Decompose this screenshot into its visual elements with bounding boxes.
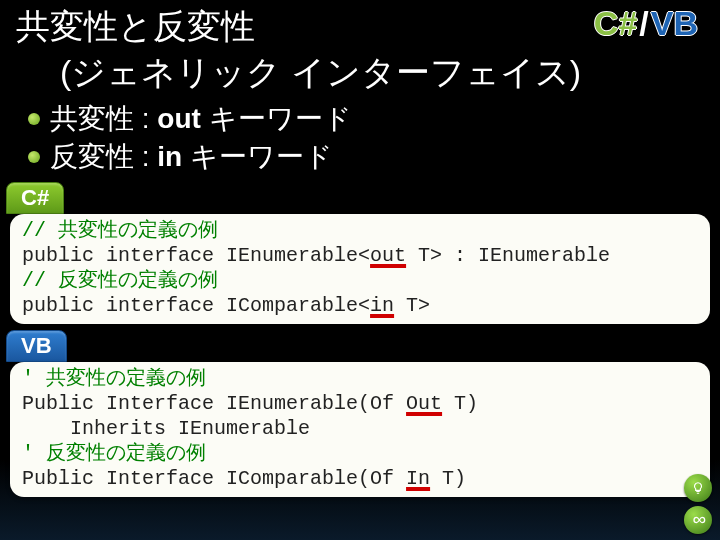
code-line: public interface IComparable<in T> (22, 293, 698, 318)
code-comment: // 反変性の定義の例 (22, 268, 698, 293)
code-text: Public Interface IEnumerable(Of (22, 392, 406, 415)
code-line: public interface IEnumerable<out T> : IE… (22, 243, 698, 268)
code-text: public interface IEnumerable< (22, 244, 370, 267)
code-keyword-in: In (406, 467, 430, 490)
code-keyword-out: out (370, 244, 406, 267)
bullet-text: 共変性 : out キーワード (50, 100, 352, 138)
code-keyword-in: in (370, 294, 394, 317)
vb-code-box: ' 共変性の定義の例 Public Interface IEnumerable(… (10, 362, 710, 497)
vb-tab: VB (6, 330, 67, 362)
slash-label: / (637, 4, 650, 43)
code-text: T> : IEnumerable (406, 244, 610, 267)
code-text: Public Interface IComparable(Of (22, 467, 406, 490)
language-badges: C# / VB (594, 4, 704, 43)
bullet-text: 反変性 : in キーワード (50, 138, 333, 176)
code-line: Public Interface IEnumerable(Of Out T) (22, 391, 698, 416)
infinity-icon (684, 506, 712, 534)
bullet-list: 共変性 : out キーワード 反変性 : in キーワード (0, 100, 720, 182)
bullet-covariance: 共変性 : out キーワード (28, 100, 704, 138)
title-line-2: (ジェネリック インターフェイス) (0, 50, 720, 100)
slide: 共変性と反変性 C# / VB (ジェネリック インターフェイス) 共変性 : … (0, 0, 720, 540)
code-keyword-out: Out (406, 392, 442, 415)
code-line: Public Interface IComparable(Of In T) (22, 466, 698, 491)
code-comment: ' 共変性の定義の例 (22, 366, 698, 391)
code-line: Inherits IEnumerable (22, 416, 698, 441)
code-comment: // 共変性の定義の例 (22, 218, 698, 243)
title-line-1: 共変性と反変性 (16, 4, 594, 50)
bullet-post: キーワード (182, 141, 333, 172)
header-row: 共変性と反変性 C# / VB (0, 0, 720, 50)
bulb-icon (684, 474, 712, 502)
code-comment: ' 反変性の定義の例 (22, 441, 698, 466)
bullet-pre: 共変性 : (50, 103, 157, 134)
code-text: public interface IComparable< (22, 294, 370, 317)
corner-icons (684, 474, 712, 534)
vb-label: VB (651, 4, 698, 43)
csharp-tab: C# (6, 182, 64, 214)
bullet-post: キーワード (201, 103, 352, 134)
code-text: T) (442, 392, 478, 415)
bullet-contravariance: 反変性 : in キーワード (28, 138, 704, 176)
bullet-keyword: in (157, 141, 182, 172)
csharp-code-box: // 共変性の定義の例 public interface IEnumerable… (10, 214, 710, 324)
csharp-label: C# (594, 4, 637, 43)
code-text: T) (430, 467, 466, 490)
code-text: T> (394, 294, 430, 317)
bullet-pre: 反変性 : (50, 141, 157, 172)
bullet-keyword: out (157, 103, 201, 134)
